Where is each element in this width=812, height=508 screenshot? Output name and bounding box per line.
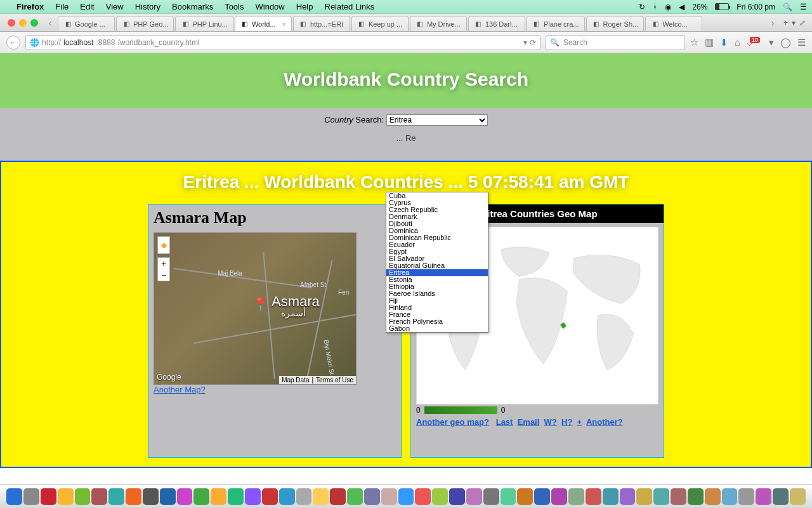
dock-app-icon[interactable]	[347, 488, 363, 505]
country-dropdown-list[interactable]: CubaCyprusCzech RepublicDenmarkDjiboutiD…	[386, 192, 488, 333]
link-h[interactable]: H?	[561, 417, 572, 427]
wifi-icon[interactable]: ◉	[665, 3, 671, 11]
map-data-link[interactable]: Map Data	[282, 377, 309, 384]
library-icon[interactable]: ▥	[705, 37, 714, 48]
dock-app-icon[interactable]	[296, 488, 312, 505]
dock-app-icon[interactable]	[466, 488, 482, 505]
dock-app-icon[interactable]	[705, 488, 721, 505]
menu-related-links[interactable]: Related Links	[325, 2, 375, 11]
dock-app-icon[interactable]	[330, 488, 346, 505]
bookmark-star-icon[interactable]: ☆	[690, 37, 698, 48]
dock-app-icon[interactable]	[586, 488, 601, 505]
map-terms-link[interactable]: Terms of Use	[316, 377, 353, 384]
browser-tab[interactable]: ◧Welco...	[645, 16, 702, 31]
notification-center-icon[interactable]: ☰	[800, 3, 807, 11]
spotlight-icon[interactable]: 🔍	[783, 3, 792, 11]
dock-app-icon[interactable]	[211, 488, 226, 505]
dock-app-icon[interactable]	[568, 488, 584, 505]
menu-edit[interactable]: Edit	[80, 2, 94, 11]
downloads-icon[interactable]: ⬇	[720, 37, 728, 48]
search-bar[interactable]: 🔍 Search	[546, 35, 685, 50]
map-marker-icon[interactable]: 📍	[252, 297, 268, 312]
dock-app-icon[interactable]	[517, 488, 533, 505]
dock-app-icon[interactable]	[620, 488, 636, 505]
dock-app-icon[interactable]	[483, 488, 499, 505]
browser-tab[interactable]: ◧http...=ERI	[293, 16, 350, 31]
dock-app-icon[interactable]	[534, 488, 550, 505]
another-map-link[interactable]: Another Map?	[154, 385, 206, 394]
address-bar[interactable]: 🌐 http://localhost:8888/worldbank_countr…	[25, 35, 540, 50]
menu-file[interactable]: File	[55, 2, 69, 11]
dock-app-icon[interactable]	[722, 488, 738, 505]
menu-tools[interactable]: Tools	[225, 2, 244, 11]
browser-tab[interactable]: ◧Plane cra...	[527, 16, 585, 31]
dock-app-icon[interactable]	[603, 488, 619, 505]
country-select[interactable]: Eritrea	[386, 114, 488, 126]
timemachine-icon[interactable]: ↻	[639, 3, 645, 11]
dock-app-icon[interactable]	[432, 488, 448, 505]
bluetooth-icon[interactable]: ᚼ	[653, 3, 657, 11]
dock-app-icon[interactable]	[75, 488, 91, 505]
dock-app-icon[interactable]	[245, 488, 261, 505]
browser-tab[interactable]: ◧My Drive...	[410, 16, 467, 31]
battery-icon[interactable]	[715, 3, 729, 10]
google-map[interactable]: ◆ +− Maj Bela Afabet St Feri Biyi Mekri …	[154, 232, 357, 385]
menu-window[interactable]: Window	[256, 2, 285, 11]
dock-app-icon[interactable]	[688, 488, 704, 505]
browser-tab[interactable]: ◧Roger Sh...	[586, 16, 645, 31]
pocket-icon[interactable]: ⌵10	[747, 37, 763, 48]
mac-dock[interactable]	[0, 484, 812, 508]
link-another[interactable]: Another?	[586, 417, 623, 427]
dock-app-icon[interactable]	[23, 488, 39, 505]
new-tab-button[interactable]: +	[783, 18, 788, 27]
dock-app-icon[interactable]	[738, 488, 754, 505]
tab-scroll-right[interactable]: ›	[766, 18, 780, 28]
dock-app-icon[interactable]	[671, 488, 686, 505]
menu-help[interactable]: Help	[296, 2, 313, 11]
browser-tab[interactable]: ◧PHP Linu...	[175, 16, 233, 31]
dock-app-icon[interactable]	[551, 488, 567, 505]
dropdown-option[interactable]: Gabon	[386, 325, 488, 332]
browser-tab[interactable]: ◧World...×	[235, 16, 292, 31]
dock-app-icon[interactable]	[91, 488, 107, 505]
home-icon[interactable]: ⌂	[735, 37, 740, 48]
reader-mode-icon[interactable]: ▾	[523, 38, 527, 47]
browser-tab[interactable]: ◧PHP Geo...	[116, 16, 174, 31]
dock-app-icon[interactable]	[41, 488, 56, 505]
reload-button[interactable]: ⟳	[530, 38, 536, 47]
dropdown-option[interactable]: Faeroe Islands	[386, 290, 488, 297]
dock-app-icon[interactable]	[143, 488, 159, 505]
dock-app-icon[interactable]	[381, 488, 397, 505]
dock-app-icon[interactable]	[313, 488, 329, 505]
window-minimize-button[interactable]	[19, 19, 27, 27]
dock-app-icon[interactable]	[398, 488, 414, 505]
hamburger-menu-icon[interactable]: ☰	[797, 37, 806, 48]
link-w[interactable]: W?	[544, 417, 557, 427]
dock-app-icon[interactable]	[279, 488, 295, 505]
menu-bookmarks[interactable]: Bookmarks	[172, 2, 213, 11]
dock-app-icon[interactable]	[228, 488, 244, 505]
tab-list-button[interactable]: ▾	[792, 18, 796, 27]
dropdown-icon[interactable]: ▾	[769, 37, 774, 48]
dock-app-icon[interactable]	[126, 488, 141, 505]
tab-scroll-left[interactable]: ‹	[43, 14, 57, 31]
back-button[interactable]: ←	[6, 36, 20, 50]
dock-app-icon[interactable]	[636, 488, 652, 505]
browser-tab[interactable]: ◧Google ...	[58, 16, 115, 31]
dock-app-icon[interactable]	[449, 488, 465, 505]
menu-view[interactable]: View	[106, 2, 124, 11]
fullscreen-icon[interactable]: ⤢	[799, 18, 806, 27]
dock-app-icon[interactable]	[501, 488, 516, 505]
dock-app-icon[interactable]	[415, 488, 431, 505]
dock-app-icon[interactable]	[58, 488, 74, 505]
browser-tab[interactable]: ◧136 Darl...	[468, 16, 525, 31]
dock-app-icon[interactable]	[6, 488, 22, 505]
link-email[interactable]: Email	[518, 417, 540, 427]
dock-app-icon[interactable]	[756, 488, 771, 505]
link-last[interactable]: Last	[496, 417, 513, 427]
link-plus[interactable]: +	[577, 417, 582, 427]
volume-icon[interactable]: ◀	[679, 3, 684, 11]
menubar-app[interactable]: Firefox	[16, 2, 44, 11]
dock-app-icon[interactable]	[773, 488, 789, 505]
menu-history[interactable]: History	[135, 2, 160, 11]
